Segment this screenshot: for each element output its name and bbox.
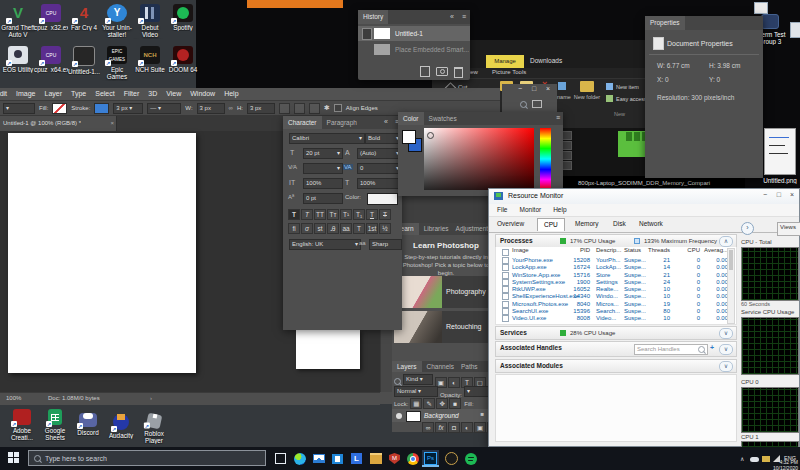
document-tab[interactable]: Untitled-1 @ 100% (RGB/8) * ×	[0, 116, 117, 131]
process-checkbox[interactable]	[502, 308, 509, 315]
process-checkbox[interactable]	[502, 272, 509, 279]
gear-icon[interactable]: ✱	[324, 104, 330, 112]
snapshot-camera-icon[interactable]	[436, 67, 448, 76]
expand-chevron-icon[interactable]: ∨	[719, 344, 733, 355]
swash-button[interactable]: σ	[301, 223, 313, 234]
discretionary-ligatures-button[interactable]: st	[314, 223, 326, 234]
process-row[interactable]: Microsoft.Photos.exe 8040 Micros... Susp…	[496, 301, 736, 308]
task-view-button[interactable]	[272, 450, 289, 467]
partial-desktop-icon-top[interactable]	[754, 2, 768, 14]
expand-chevron-icon[interactable]: ∨	[719, 361, 733, 372]
process-row[interactable]: LockApp.exe 16724 LockAp... Suspe... 14 …	[496, 264, 736, 271]
maximize-button[interactable]: □	[777, 191, 781, 198]
strikethrough-button[interactable]: T	[379, 209, 391, 220]
path-operations-icon[interactable]	[279, 103, 290, 114]
tool-preset-dropdown[interactable]: ▾	[3, 103, 35, 114]
panel-menu-icon[interactable]: ≡	[462, 13, 466, 20]
leading-field[interactable]: (Auto) ▾	[357, 148, 402, 159]
desktop-icon-discord[interactable]: ↗ Discord	[71, 409, 105, 436]
stroke-swatch[interactable]	[94, 103, 109, 114]
foreground-color-swatch[interactable]	[402, 130, 416, 144]
path-alignment-icon[interactable]	[294, 103, 305, 114]
explorer-tab-manage[interactable]: Manage	[486, 55, 524, 68]
preview-mode-icon[interactable]	[532, 100, 542, 108]
spotify-taskbar-icon[interactable]	[462, 450, 479, 467]
search-icon[interactable]	[394, 378, 401, 385]
views-dropdown[interactable]: Views	[777, 222, 800, 236]
explorer-menu-picture-tools[interactable]: Picture Tools	[492, 69, 526, 75]
search-icon[interactable]	[698, 346, 705, 353]
file-explorer-icon[interactable]	[367, 450, 384, 467]
desktop-icon-audacity[interactable]: ↗ Audacity	[104, 409, 138, 439]
menu-item[interactable]: Monitor	[519, 206, 541, 213]
desktop-icon-cpuz64[interactable]: CPU↗ cpuz_x64.exe	[34, 46, 68, 73]
panel-menu-icon[interactable]: ≡	[556, 114, 560, 121]
stroke-width-field[interactable]: 3 px ▾	[113, 103, 143, 114]
canvas[interactable]	[8, 133, 196, 373]
partial-desktop-icon-right[interactable]	[790, 22, 800, 38]
learn-item-photography[interactable]: Photography	[394, 276, 498, 308]
process-checkbox[interactable]	[502, 257, 509, 264]
edge-icon[interactable]	[291, 450, 308, 467]
menu-item[interactable]: Type	[71, 90, 86, 97]
desktop-icon-untitled-png[interactable]: Untitled.png	[752, 128, 800, 184]
panel-collapse-icon[interactable]: «	[450, 13, 454, 20]
menu-item[interactable]: View	[166, 90, 181, 97]
menu-item[interactable]: Window	[190, 90, 215, 97]
modules-section-header[interactable]: Associated Modules ∨	[495, 359, 737, 373]
menu-item[interactable]: Filter	[124, 90, 140, 97]
process-row[interactable]: RtkUWP.exe 16052 Realte... Suspe... 10 0…	[496, 286, 736, 293]
font-style-dropdown[interactable]: Bold ▾	[365, 133, 402, 144]
subscript-button[interactable]: T₁	[353, 209, 365, 220]
height-field[interactable]: 3 px	[247, 103, 275, 114]
delete-state-trash-icon[interactable]	[454, 67, 463, 78]
desktop-icon-nch[interactable]: NCH↗ NCH Suite	[133, 46, 167, 73]
process-row[interactable]: SearchUI.exe 15396 Search... Suspe... 80…	[496, 308, 736, 315]
mail-icon[interactable]	[310, 450, 327, 467]
adjustment-layer-icon[interactable]: ◐	[461, 422, 473, 433]
desktop-icon-farcry4[interactable]: 4↗ Far Cry 4	[67, 4, 101, 31]
desktop-icon-eos-utility[interactable]: ↗ EOS Utility	[1, 46, 35, 73]
menu-item[interactable]: Select	[95, 90, 114, 97]
history-state-disabled[interactable]: Place Embedded Smart...	[358, 43, 470, 57]
desktop-icon-epic[interactable]: EPICGAMES↗ Epic Games Launcher	[100, 46, 134, 81]
desktop-icon-untitled1[interactable]: ↗ Untitled-1...	[67, 46, 101, 75]
new-layer-icon[interactable]: ▣	[474, 422, 486, 433]
font-size-field[interactable]: 20 pt ▾	[303, 148, 343, 159]
search-icon[interactable]	[520, 101, 527, 108]
desktop-icon-adobe-creative[interactable]: ↗ Adobe Creati...	[5, 409, 39, 441]
process-row[interactable]: YourPhone.exe 15208 YourPh... Suspe... 2…	[496, 257, 736, 264]
tab-paragraph[interactable]: Paragraph	[322, 116, 362, 129]
tab-disk[interactable]: Disk	[613, 220, 626, 227]
store-icon[interactable]	[329, 450, 346, 467]
process-checkbox[interactable]	[502, 264, 509, 271]
link-dimensions-icon[interactable]: ∞	[229, 105, 233, 111]
desktop-icon-roblox[interactable]: ↗ Roblox Player	[137, 409, 171, 444]
new-folder-button[interactable]: New folder	[572, 94, 602, 100]
menu-item[interactable]: Help	[224, 90, 238, 97]
tab-layers[interactable]: Layers	[392, 361, 422, 372]
faux-italic-button[interactable]: T	[301, 209, 313, 220]
menu-item[interactable]: File	[497, 206, 507, 213]
opacity-field[interactable]: ▾	[464, 386, 490, 397]
tab-paths[interactable]: Paths	[459, 361, 480, 372]
tab-character[interactable]: Character	[283, 116, 322, 129]
tab-cpu[interactable]: CPU	[537, 218, 565, 231]
new-item-button[interactable]: New item	[616, 84, 639, 90]
handles-section-header[interactable]: Associated Handles Search Handles + ∨	[495, 341, 737, 357]
close-tab-icon[interactable]: ×	[110, 120, 114, 126]
text-color-swatch[interactable]	[367, 193, 398, 205]
learn-item-retouching[interactable]: Retouching	[394, 311, 498, 343]
desktop-icon-debut[interactable]: ↗ Debut Video Capture S...	[133, 4, 167, 39]
all-caps-button[interactable]: TT	[314, 209, 326, 220]
services-section-header[interactable]: Services 28% CPU Usage ∨	[495, 326, 737, 340]
lock-transparent-icon[interactable]: ▦	[410, 398, 422, 409]
horizontal-scale-field[interactable]: 100%	[357, 178, 402, 189]
select-all-checkbox[interactable]	[502, 249, 509, 256]
vertical-scale-field[interactable]: 100%	[303, 178, 343, 189]
baseline-shift-field[interactable]: 0 pt	[303, 193, 343, 204]
process-checkbox[interactable]	[502, 286, 509, 293]
status-arrow-icon[interactable]: ›	[150, 395, 152, 401]
oldstyle-button[interactable]: T	[353, 223, 365, 234]
tab-libraries[interactable]: Libraries	[419, 223, 454, 235]
